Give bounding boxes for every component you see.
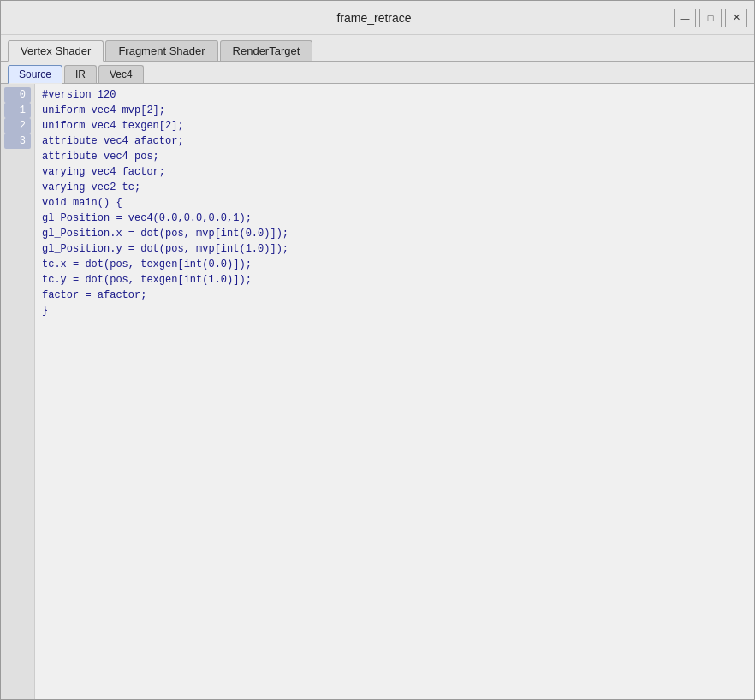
- code-line-2: uniform vec4 texgen[2];: [42, 118, 747, 133]
- code-line-11: tc.x = dot(pos, texgen[int(0.0)]);: [42, 257, 747, 272]
- title-buttons: — □ ✕: [674, 9, 747, 27]
- sub-tabs: Source IR Vec4: [1, 62, 754, 84]
- line-number-1: 1: [4, 103, 31, 118]
- code-line-7: void main() {: [42, 195, 747, 211]
- code-line-12: tc.y = dot(pos, texgen[int(1.0)]);: [42, 272, 747, 288]
- code-line-1: uniform vec4 mvp[2];: [42, 103, 747, 118]
- code-line-4: attribute vec4 pos;: [42, 149, 747, 164]
- subtab-source[interactable]: Source: [8, 65, 62, 84]
- code-line-10: gl_Position.y = dot(pos, mvp[int(1.0)]);: [42, 241, 747, 257]
- content-area: 0 1 2 3 #version 120 uniform vec4 mvp[2]…: [1, 84, 754, 699]
- tab-fragment-shader[interactable]: Fragment Shader: [105, 40, 217, 61]
- code-line-6: varying vec2 tc;: [42, 180, 747, 195]
- main-tabs: Vertex Shader Fragment Shader RenderTarg…: [1, 35, 754, 62]
- subtab-ir[interactable]: IR: [64, 65, 97, 83]
- code-line-13: factor = afactor;: [42, 288, 747, 303]
- line-number-3: 3: [4, 133, 31, 149]
- code-line-3: attribute vec4 afactor;: [42, 133, 747, 149]
- code-line-0: #version 120: [42, 87, 747, 103]
- close-button[interactable]: ✕: [725, 9, 747, 27]
- line-number-0: 0: [4, 87, 31, 103]
- window-title: frame_retrace: [74, 11, 674, 25]
- tab-render-target[interactable]: RenderTarget: [220, 40, 313, 61]
- title-bar: frame_retrace — □ ✕: [1, 1, 754, 35]
- code-editor[interactable]: #version 120 uniform vec4 mvp[2]; unifor…: [35, 84, 754, 699]
- maximize-button[interactable]: □: [699, 9, 722, 27]
- minimize-button[interactable]: —: [674, 9, 696, 27]
- tab-vertex-shader[interactable]: Vertex Shader: [8, 40, 104, 62]
- subtab-vec4[interactable]: Vec4: [98, 65, 144, 83]
- code-line-14: }: [42, 303, 747, 318]
- code-line-8: gl_Position = vec4(0.0,0.0,0.0,1);: [42, 211, 747, 226]
- line-number-2: 2: [4, 118, 31, 133]
- line-numbers: 0 1 2 3: [1, 84, 35, 699]
- code-line-5: varying vec4 factor;: [42, 164, 747, 180]
- code-line-9: gl_Position.x = dot(pos, mvp[int(0.0)]);: [42, 226, 747, 241]
- main-window: frame_retrace — □ ✕ Vertex Shader Fragme…: [0, 0, 755, 700]
